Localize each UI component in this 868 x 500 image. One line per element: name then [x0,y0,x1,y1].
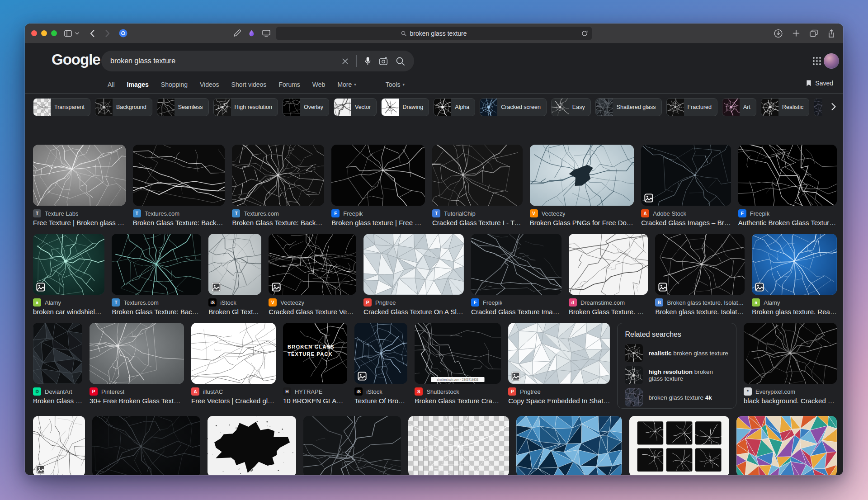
result-title[interactable]: Copy Space Embedded In Shattered Gl... [508,397,610,405]
filter-chip-cracked-screen[interactable]: Cracked screen [480,98,547,116]
search-input[interactable]: broken glass texture [110,57,334,65]
google-apps-icon[interactable] [812,57,821,66]
tab-all[interactable]: All [108,81,115,88]
back-button[interactable] [90,30,94,37]
result-title[interactable]: Broken Gl Text... [208,308,261,316]
filter-chip-high-resolution[interactable]: High resolution [213,98,278,116]
filter-chip-shattered-glass[interactable]: Shattered glass [595,98,662,116]
result-title[interactable]: Broken glass texture. Isolated ... [655,308,745,316]
result-image[interactable] [471,234,561,295]
image-result-card[interactable]: 1123RFBroken Glass. Broken Glass Backgro… [736,416,837,475]
result-image[interactable] [408,416,509,475]
result-image[interactable] [33,323,82,384]
image-result-card[interactable]: FFreepikBroken glass texture | Free Phot… [331,145,425,226]
forward-button[interactable] [105,30,110,37]
image-result-card[interactable]: TTutorialChipCracked Glass Texture I - T… [432,145,523,226]
filter-chip-art[interactable]: Art [722,98,756,116]
result-image[interactable] [752,234,837,295]
result-image[interactable] [530,145,634,206]
image-result-card[interactable]: aAlamybroken car windshield. Brok... [33,234,104,316]
result-image[interactable] [269,234,356,295]
filter-chip-easy[interactable]: Easy [551,98,591,116]
image-result-card[interactable]: PPikbestBroken Glass Texture Backgrounds… [516,416,622,475]
result-title[interactable]: Broken glass texture | Free Photo [331,219,425,226]
compose-pencil-icon[interactable] [233,29,241,37]
result-image[interactable]: shutterstock.com · 2303719853 [415,323,501,384]
filter-chip-fractured[interactable]: Fractured [666,98,718,116]
image-result-card[interactable]: PPngtreeCopy Space Embedded In Shattered… [508,323,610,409]
result-image[interactable] [655,234,745,295]
new-tab-icon[interactable] [793,30,800,37]
image-result-card[interactable]: PPinterest30+ Free Broken Glass Textures… [90,323,184,409]
related-search-item[interactable]: high resolution broken glass texture [625,366,729,384]
image-result-card[interactable]: PPngtreeCracked Glass Texture On A Sleek… [363,234,464,316]
tab-forums[interactable]: Forums [278,81,300,88]
image-result-card[interactable]: DDeviantArtBroken Glass Text... [33,323,82,409]
result-title[interactable]: Cracked Glass Texture On A Sleek Bla... [363,308,464,316]
result-title[interactable]: Authentic Broken Glass Texture Vec... [738,219,837,226]
result-title[interactable]: 10 BROKEN GLASS T... [283,397,347,405]
filter-chip-seamless[interactable]: Seamless [157,98,209,116]
image-result-card[interactable]: BBroken glass texture. Isolated realisti… [655,234,745,316]
filter-chip-overlay[interactable]: Overlay [283,98,329,116]
lens-camera-icon[interactable] [379,57,388,66]
extension-flame-icon[interactable] [248,29,255,38]
tab-overview-icon[interactable] [810,30,818,37]
result-image[interactable] [432,145,523,206]
result-image[interactable] [738,145,837,206]
result-image[interactable] [629,416,729,475]
image-result-card[interactable]: AillustACFree Vectors | Cracked glass te… [191,323,276,409]
result-image[interactable] [331,145,425,206]
result-image[interactable] [232,145,324,206]
tools-button[interactable]: Tools▾ [386,81,405,88]
tab-web[interactable]: Web [312,81,326,88]
downloads-icon[interactable] [774,29,783,38]
image-result-card[interactable]: TTextures.comBroken Glass Texture: Backg… [112,234,201,316]
result-image[interactable] [208,234,261,295]
image-result-card[interactable]: shutterstock.com · 2303719853SShuttersto… [415,323,501,409]
result-image[interactable] [736,416,837,475]
related-search-item[interactable]: realistic broken glass texture [625,344,729,362]
result-title[interactable]: Cracked Glass Texture Images - Fr... [471,308,561,316]
result-image[interactable] [33,234,104,295]
image-result-card[interactable]: AAdobe StockCracked Glass Images – Brows… [641,145,731,226]
result-image[interactable] [33,416,85,475]
tab-images[interactable]: Images [127,81,149,88]
image-result-card[interactable]: dDreamstime.comBroken Glass Texture. Ske… [569,234,648,316]
image-result-card[interactable]: BROKEN GLASSTEXTURE PACKHHYTRAPE10 BROKE… [283,323,347,409]
result-image[interactable] [641,145,731,206]
result-image[interactable] [92,416,200,475]
close-window-button[interactable] [31,30,37,36]
filter-chip-drawing[interactable]: Drawing [381,98,429,116]
chips-scroll-right-icon[interactable] [831,103,836,110]
image-result-card[interactable]: TTexture LabsFree Texture | Broken glass… [33,145,126,226]
image-result-card[interactable]: TTextures.comBroken Glass Texture: Backg… [133,145,225,226]
result-title[interactable]: black background. Cracked black ... [744,397,837,405]
image-result-card[interactable]: iSiStockBroken Gl Text... [208,234,261,316]
reload-icon[interactable] [581,30,588,37]
result-title[interactable]: Broken Glass Texture: Background I... [232,219,324,226]
result-image[interactable] [112,234,201,295]
result-title[interactable]: Free Vectors | Cracked glass text... [191,397,276,405]
result-image[interactable] [508,323,610,384]
tab-short-videos[interactable]: Short videos [231,81,267,88]
filter-chip-transparent[interactable]: Transparent [33,98,90,116]
image-result-card[interactable]: aAlamyBroken glass texture. Realistic ..… [752,234,837,316]
google-logo[interactable]: Google [52,51,100,68]
filter-chip-background[interactable]: Background [95,98,152,116]
result-title[interactable]: Broken Glass Text... [33,397,82,405]
result-image[interactable]: BROKEN GLASSTEXTURE PACK [283,323,347,384]
result-title[interactable]: Broken Glass PNGs for Free Download [530,219,634,226]
result-image[interactable] [516,416,622,475]
image-result-card[interactable]: iSiStockTexture Of Broken ... [354,323,407,409]
address-bar[interactable]: broken glass texture [276,27,592,40]
search-box[interactable]: broken glass texture [101,51,414,71]
image-result-card[interactable]: FFreepikCracked Glass Texture Images - F… [471,234,561,316]
image-result-card[interactable]: UUnsplashBroken Glass Texture Pictures [92,416,200,475]
result-image[interactable] [744,323,837,384]
filter-chip-effect[interactable]: Effect [814,98,822,116]
image-result-card[interactable]: TTextures.comBroken Glass Texture: Backg… [303,416,401,475]
result-title[interactable]: Broken glass texture. Realistic ... [752,308,837,316]
filter-chip-vector[interactable]: Vector [334,98,377,116]
result-title[interactable]: Texture Of Broken ... [354,397,407,405]
